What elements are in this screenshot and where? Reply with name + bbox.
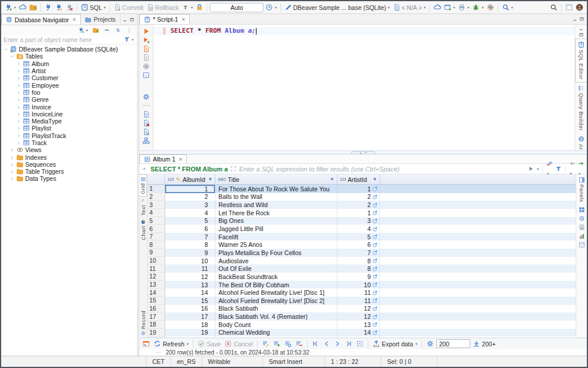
- delete-row-button[interactable]: [294, 339, 304, 349]
- nav-link-editor-button[interactable]: [114, 25, 122, 36]
- foreign-key-link-icon[interactable]: [372, 266, 378, 271]
- tree-chevron-icon[interactable]: [4, 47, 8, 51]
- tab-result-album-1[interactable]: Album 1×: [139, 154, 187, 163]
- cell-artistid[interactable]: 13: [337, 321, 380, 329]
- foreign-key-link-icon[interactable]: [372, 218, 378, 223]
- filter-icon[interactable]: ▾: [122, 35, 135, 45]
- calc-panel-icon[interactable]: [579, 224, 585, 231]
- edit-row-button[interactable]: [261, 339, 271, 349]
- tree-chevron-icon[interactable]: [16, 140, 21, 145]
- table-row[interactable]: 77Facelift5: [148, 233, 576, 241]
- next-row-button[interactable]: [333, 339, 343, 349]
- tasks-button[interactable]: [486, 2, 495, 13]
- tab-ai-chat[interactable]: AI Chat: [578, 133, 584, 150]
- column-header-artistid[interactable]: 123ArtistId▼: [337, 174, 380, 184]
- tree-chevron-icon[interactable]: [10, 147, 15, 152]
- table-row[interactable]: 1010Audioslave8: [148, 257, 576, 265]
- row-number[interactable]: 13: [148, 281, 165, 289]
- minimize-editor-strip-icon[interactable]: [579, 26, 584, 31]
- nav-collapse-all-button[interactable]: [102, 25, 111, 36]
- cancel-button[interactable]: Cancel: [223, 339, 254, 349]
- foreign-key-link-icon[interactable]: [372, 258, 378, 263]
- minimize-editor-icon[interactable]: [572, 16, 577, 22]
- cell-title[interactable]: Chemical Wedding: [216, 329, 337, 337]
- table-row[interactable]: 66Jagged Little Pill4: [148, 225, 576, 233]
- tab-grid[interactable]: Grid: [139, 174, 147, 197]
- foreign-key-link-icon[interactable]: [372, 314, 378, 319]
- cell-albumid[interactable]: 6: [165, 225, 216, 233]
- cell-albumid[interactable]: 3: [165, 201, 216, 209]
- lock-button[interactable]: [194, 2, 204, 13]
- table-row[interactable]: 1717Black Sabbath Vol. 4 (Remaster)12: [148, 312, 576, 321]
- cell-artistid[interactable]: 6: [337, 240, 380, 249]
- tree-item-indexes[interactable]: Indexes: [1, 153, 137, 160]
- output-panel-button[interactable]: [139, 110, 153, 119]
- row-number[interactable]: 5: [148, 217, 165, 225]
- new-connection-button[interactable]: ▾: [4, 2, 17, 13]
- tree-item-tables[interactable]: Tables: [1, 53, 137, 60]
- tree-item-data-types[interactable]: Data Types: [1, 175, 137, 182]
- cell-artistid[interactable]: 12: [337, 312, 380, 321]
- row-number[interactable]: 10: [148, 257, 165, 265]
- cell-title[interactable]: The Best Of Billy Cobham: [216, 281, 337, 289]
- sort-arrow-icon[interactable]: ▼: [330, 177, 334, 182]
- new-sql-editor-button[interactable]: SQL▾: [80, 2, 107, 13]
- cell-albumid[interactable]: 12: [165, 273, 216, 281]
- refresh-button[interactable]: Refresh▾: [152, 339, 190, 349]
- execute-statement-button[interactable]: [139, 27, 153, 36]
- tab-panels[interactable]: Panels: [576, 174, 587, 204]
- tree-chevron-icon[interactable]: [16, 83, 21, 88]
- cell-artistid[interactable]: 1: [337, 185, 380, 193]
- foreign-key-link-icon[interactable]: [372, 330, 378, 335]
- cell-artistid[interactable]: 4: [337, 225, 380, 233]
- cell-artistid[interactable]: 8: [337, 257, 380, 265]
- cell-title[interactable]: Balls to the Wall: [216, 193, 337, 201]
- commit-button[interactable]: Commit: [112, 2, 145, 13]
- query-plan-button[interactable]: ≥: [139, 71, 153, 80]
- tree-item-genre[interactable]: Genre: [1, 96, 137, 103]
- edit-connection-button[interactable]: [54, 2, 64, 13]
- table-row[interactable]: 11For Those About To Rock We Salute You1: [148, 185, 576, 193]
- results-panel-toggle[interactable]: [141, 339, 151, 349]
- log-panel-button[interactable]: [139, 119, 153, 128]
- row-number[interactable]: 16: [148, 305, 165, 313]
- tree-chevron-icon[interactable]: [16, 68, 21, 73]
- table-row[interactable]: 44Let There Be Rock1: [148, 209, 576, 217]
- apply-filter-button[interactable]: [528, 166, 534, 172]
- cell-albumid[interactable]: 11: [165, 264, 216, 273]
- fetch-settings-button[interactable]: [425, 339, 435, 349]
- results-filter-input[interactable]: [239, 166, 525, 173]
- column-header-title[interactable]: ABCTitle▼: [216, 174, 337, 184]
- tree-chevron-icon[interactable]: [16, 126, 21, 130]
- column-header-albumid[interactable]: 123AlbumId▼: [165, 174, 216, 184]
- maximize-editor-strip-icon[interactable]: [579, 32, 584, 37]
- cell-albumid[interactable]: 4: [165, 209, 216, 217]
- table-row[interactable]: 33Restless and Wild2: [148, 201, 576, 209]
- foreign-key-link-icon[interactable]: [372, 202, 378, 208]
- tree-item-employee[interactable]: Employee: [1, 81, 137, 88]
- tree-item-invoice[interactable]: Invoice: [1, 103, 137, 110]
- global-search-button[interactable]: [549, 2, 559, 13]
- tab-sql-script[interactable]: * Script-1×: [139, 14, 190, 24]
- tree-item-playlisttrack[interactable]: PlaylistTrack: [1, 132, 137, 139]
- outline-button[interactable]: [139, 136, 153, 145]
- tree-chevron-icon[interactable]: [10, 162, 15, 167]
- close-icon[interactable]: ×: [179, 156, 183, 163]
- row-number[interactable]: 11: [148, 264, 165, 273]
- tree-item-artist[interactable]: Artist: [1, 67, 137, 74]
- table-row[interactable]: 1111Out Of Exile8: [148, 264, 576, 273]
- cell-artistid[interactable]: 14: [337, 329, 380, 337]
- cell-title[interactable]: Restless and Wild: [216, 201, 337, 209]
- row-number[interactable]: 7: [148, 233, 165, 241]
- foreign-key-link-icon[interactable]: [372, 234, 378, 239]
- cell-artistid[interactable]: 2: [337, 201, 380, 209]
- tab-query-builder[interactable]: Query Builder: [578, 82, 584, 133]
- last-row-button[interactable]: [344, 339, 354, 349]
- cell-albumid[interactable]: 2: [165, 193, 216, 201]
- foreign-key-link-icon[interactable]: [372, 290, 378, 295]
- table-row[interactable]: 1616Black Sabbath12: [148, 305, 576, 313]
- cell-albumid[interactable]: 13: [165, 281, 216, 289]
- maximize-panel-icon[interactable]: [129, 17, 135, 22]
- disconnect-button[interactable]: [64, 2, 74, 13]
- cell-albumid[interactable]: 16: [165, 305, 216, 313]
